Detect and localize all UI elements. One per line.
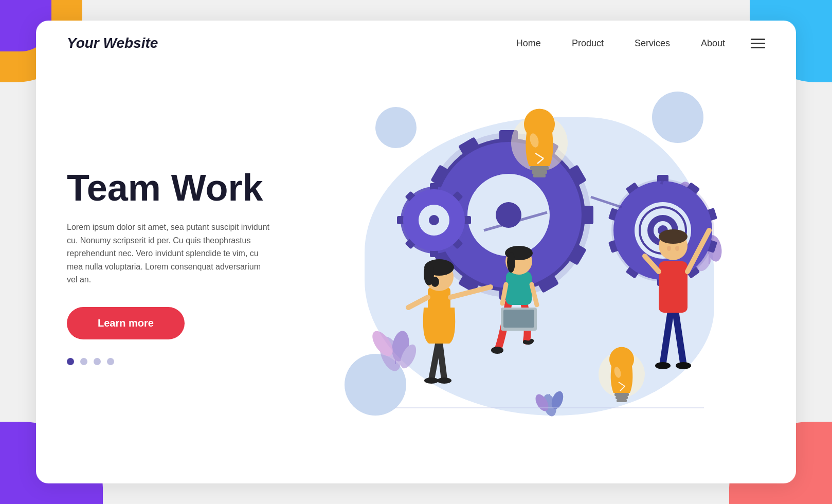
svg-point-103: [676, 362, 691, 369]
nav-links: Home Product Services About: [516, 38, 725, 49]
lightbulb-bottom: [599, 347, 645, 402]
teamwork-illustration: [344, 102, 735, 431]
svg-rect-94: [503, 310, 534, 328]
svg-rect-39: [430, 250, 438, 257]
nav-item-home[interactable]: Home: [516, 38, 541, 49]
svg-line-65: [661, 180, 663, 184]
svg-point-82: [424, 377, 439, 384]
main-card: Your Website Home Product Services About…: [36, 21, 796, 483]
svg-rect-67: [530, 166, 549, 170]
nav-link-services[interactable]: Services: [635, 38, 670, 48]
gear-small-topleft: [397, 183, 471, 257]
svg-point-108: [659, 229, 688, 244]
carousel-dot-3[interactable]: [94, 358, 101, 365]
hamburger-line-2: [751, 43, 765, 44]
svg-point-90: [431, 277, 439, 287]
site-logo[interactable]: Your Website: [67, 35, 158, 51]
svg-point-45: [429, 215, 439, 225]
hero-content: Team Work Lorem ipsum dolor sit amet, se…: [67, 168, 314, 365]
teamwork-svg: [344, 102, 735, 431]
hero-section: Team Work Lorem ipsum dolor sit amet, se…: [36, 66, 796, 477]
carousel-dots: [67, 358, 314, 365]
nav-link-product[interactable]: Product: [572, 38, 604, 48]
svg-line-64: [591, 197, 622, 207]
hamburger-line-3: [751, 47, 765, 48]
svg-rect-37: [464, 216, 471, 224]
svg-rect-41: [397, 216, 404, 224]
hero-illustration: [314, 76, 765, 457]
plants-left: [368, 328, 419, 374]
carousel-dot-2[interactable]: [80, 358, 87, 365]
nav-link-home[interactable]: Home: [516, 38, 541, 48]
hero-description: Lorem ipsum dolor sit amet, sea putant s…: [67, 221, 273, 286]
svg-point-110: [675, 246, 679, 251]
svg-point-109: [667, 246, 671, 251]
svg-rect-68: [532, 170, 547, 174]
svg-line-86: [408, 297, 428, 308]
svg-rect-74: [614, 393, 629, 396]
svg-line-81: [439, 338, 444, 380]
svg-rect-35: [430, 183, 438, 190]
svg-rect-84: [428, 287, 450, 315]
svg-point-83: [437, 377, 451, 384]
nav-item-about[interactable]: About: [701, 38, 725, 49]
hamburger-line-1: [751, 39, 765, 40]
svg-rect-104: [659, 261, 688, 313]
navbar: Your Website Home Product Services About: [36, 21, 796, 66]
nav-item-services[interactable]: Services: [635, 38, 670, 49]
svg-line-100: [663, 313, 671, 364]
carousel-dot-1[interactable]: [67, 358, 74, 365]
nav-item-product[interactable]: Product: [572, 38, 604, 49]
svg-line-101: [676, 313, 683, 364]
svg-rect-92: [506, 272, 532, 305]
svg-rect-69: [533, 174, 546, 177]
carousel-dot-4[interactable]: [107, 358, 114, 365]
hero-title: Team Work: [67, 168, 314, 208]
svg-point-99: [507, 252, 515, 273]
plants-bottom: [533, 390, 565, 418]
svg-point-91: [491, 347, 503, 354]
learn-more-button[interactable]: Learn more: [67, 307, 185, 339]
svg-point-102: [655, 362, 671, 369]
nav-link-about[interactable]: About: [701, 38, 725, 48]
svg-rect-75: [616, 396, 628, 399]
hamburger-menu[interactable]: [751, 39, 765, 48]
svg-rect-76: [617, 399, 627, 402]
